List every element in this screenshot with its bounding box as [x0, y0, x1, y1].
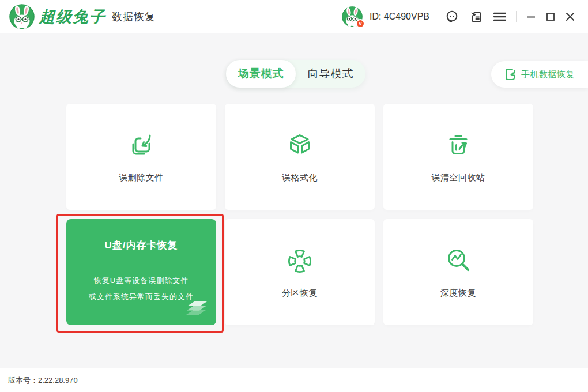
- card-title: U盘/内存卡恢复: [105, 239, 178, 252]
- close-button[interactable]: [566, 9, 575, 24]
- card-label: 深度恢复: [440, 288, 476, 299]
- restore-file-icon: [126, 131, 156, 161]
- card-recycle-bin[interactable]: 误清空回收站: [383, 104, 533, 210]
- status-bar: 版本号：2.22.28.970: [0, 368, 588, 392]
- user-id: ID: 4C490VPB: [370, 12, 429, 22]
- menu-button[interactable]: [493, 9, 506, 24]
- phone-recovery-label: 手机数据恢复: [521, 69, 575, 80]
- layers-icon: [186, 301, 208, 317]
- close-icon: [566, 12, 575, 21]
- minimize-icon: [526, 12, 536, 21]
- partition-icon: [285, 246, 315, 276]
- version-text: 版本号：2.22.28.970: [8, 375, 78, 386]
- feedback-icon: [469, 10, 483, 24]
- card-description-line1: 恢复U盘等设备误删除文件: [89, 273, 194, 289]
- vip-badge: V: [356, 19, 365, 28]
- card-label: 误删除文件: [119, 172, 164, 183]
- tab-wizard-mode[interactable]: 向导模式: [296, 60, 365, 88]
- brand-name: 超级兔子: [39, 6, 106, 27]
- feedback-button[interactable]: [469, 9, 483, 24]
- user-avatar[interactable]: V: [342, 6, 363, 27]
- app-window: 超级兔子 数据恢复 V ID: 4C490VPB: [0, 0, 588, 392]
- minimize-button[interactable]: [526, 9, 536, 24]
- phone-recovery-icon: [504, 67, 517, 81]
- maximize-icon: [546, 12, 555, 21]
- card-label: 误格式化: [282, 172, 318, 183]
- card-formatted[interactable]: 误格式化: [225, 104, 375, 210]
- tab-scene-mode[interactable]: 场景模式: [226, 60, 296, 88]
- phone-recovery-button[interactable]: 手机数据恢复: [491, 61, 588, 88]
- card-label: 分区恢复: [282, 288, 318, 299]
- card-description-line2: 或文件系统异常而丢失的文件: [89, 289, 194, 305]
- card-deep-recovery[interactable]: 深度恢复: [383, 219, 533, 325]
- trash-restore-icon: [443, 131, 473, 161]
- card-label: 误清空回收站: [432, 172, 485, 183]
- product-name: 数据恢复: [112, 10, 156, 24]
- mode-tabs: 场景模式 向导模式: [226, 60, 365, 88]
- brand: 超级兔子 数据恢复: [9, 4, 156, 29]
- titlebar-divider: [516, 11, 517, 22]
- title-bar: 超级兔子 数据恢复 V ID: 4C490VPB: [0, 0, 588, 33]
- cube-icon: [285, 131, 315, 161]
- maximize-button[interactable]: [546, 9, 555, 24]
- deep-scan-icon: [443, 246, 473, 276]
- card-usb-memory-recovery[interactable]: U盘/内存卡恢复 恢复U盘等设备误删除文件 或文件系统异常而丢失的文件: [66, 219, 216, 325]
- headset-icon: [445, 10, 459, 24]
- card-deleted-files[interactable]: 误删除文件: [66, 104, 216, 210]
- customer-service-button[interactable]: [445, 9, 459, 24]
- hamburger-icon: [493, 12, 506, 21]
- card-description: 恢复U盘等设备误删除文件 或文件系统异常而丢失的文件: [89, 273, 194, 305]
- card-partition-recovery[interactable]: 分区恢复: [225, 219, 375, 325]
- app-logo-icon: [9, 4, 35, 29]
- title-bar-right: V ID: 4C490VPB: [342, 6, 580, 27]
